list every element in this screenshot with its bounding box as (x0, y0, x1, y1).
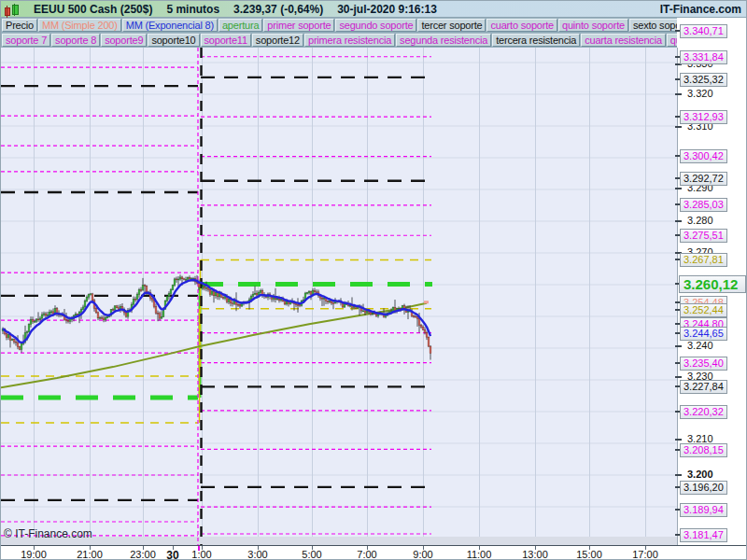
time-scale-label: 15:00 (576, 549, 602, 560)
price-level-label: 3.227,84 (680, 380, 727, 394)
legend-chip-primera-resistencia[interactable]: primera resistencia (304, 34, 395, 47)
legend-chip-segundo-soporte[interactable]: segundo soporte (335, 19, 416, 32)
price-level-label: 3.235,40 (680, 357, 727, 371)
legend-chip-sexto-soporte[interactable]: sexto soporte (629, 19, 677, 32)
quote-datetime: 30-jul-2020 9:16:13 (337, 3, 437, 16)
time-scale-label: 11:00 (467, 549, 492, 560)
candles-previous-day (2, 274, 200, 353)
legend-chip-cuarta-resistencia[interactable]: cuarta resistencia (581, 34, 666, 47)
legend-chip-primer-soporte[interactable]: primer soporte (263, 19, 334, 32)
price-axis[interactable]: 3.3303.3203.3103.2903.2803.2703.2403.230… (678, 18, 747, 545)
candlestick-logo-icon (4, 3, 20, 16)
legend-chip-quinto-soporte[interactable]: quinto soporte (558, 19, 628, 32)
open-price-label: 3.260,12 (679, 275, 746, 293)
price-level-label: 3.244,65 (680, 327, 727, 341)
legend-chip-cuarto-soporte[interactable]: cuarto soporte (486, 19, 557, 32)
price-level-label: 3.325,32 (680, 73, 727, 87)
sma200-last-value-marker (424, 301, 429, 303)
title-bar: EEUU 500 Cash (250$) 5 minutos 3.239,37 … (1, 1, 746, 18)
trading-platform-window: EEUU 500 Cash (250$) 5 minutos 3.239,37 … (0, 0, 747, 560)
legend-chip-quinta-resistencia[interactable]: quinta resistencia (667, 34, 677, 47)
price-level-label: 3.300,42 (680, 149, 727, 163)
legend-chip-precio[interactable]: Precio (2, 19, 37, 32)
legend-chip-mm-simple-200-[interactable]: MM (Simple 200) (38, 19, 121, 32)
price-level-label: 3.267,81 (680, 253, 727, 267)
legend-chip-soporte-8[interactable]: soporte 8 (51, 34, 100, 47)
time-axis[interactable]: 19:0021:0023:00301:003:005:007:009:0011:… (1, 545, 747, 560)
time-scale-label: 9:00 (413, 549, 432, 560)
price-scale-tick-label: 3.280 (684, 215, 716, 227)
price-level-label: 3.220,32 (680, 405, 727, 419)
price-axis-tick (675, 439, 682, 441)
time-scale-label: 17:00 (632, 549, 658, 560)
legend-chip-segunda-resistencia[interactable]: segunda resistencia (396, 34, 491, 47)
legend-row-1: PrecioMM (Simple 200)MM (Exponencial 8)a… (1, 18, 677, 32)
price-level-label: 3.181,47 (680, 528, 727, 542)
price-level-label: 3.189,94 (680, 503, 727, 517)
price-level-label: 3.208,15 (680, 443, 727, 457)
price-level-label: 3.331,84 (680, 50, 727, 64)
price-chart-canvas[interactable] (1, 48, 678, 545)
price-axis-tick (675, 188, 682, 189)
legend-chip-soporte-7[interactable]: soporte 7 (2, 34, 50, 47)
pivot-separator-axis-mark (198, 546, 200, 551)
time-scale-label: 1:00 (191, 549, 211, 560)
legend-chip-soporte12[interactable]: soporte12 (252, 34, 303, 47)
last-price-quote: 3.239,37 (-0,64%) (233, 3, 323, 16)
time-scale-label: 30 (166, 549, 178, 560)
price-scale-tick-label: 3.200 (684, 469, 716, 481)
price-scale-tick-label: 3.320 (684, 88, 716, 100)
brand-label: IT-Finance.com (660, 3, 746, 16)
instrument-name: EEUU 500 Cash (250$) (34, 3, 152, 16)
time-scale-label: 7:00 (357, 549, 376, 560)
legend-chip-mm-exponencial-8-[interactable]: MM (Exponencial 8) (122, 19, 218, 32)
legend-chip-tercer-soporte[interactable]: tercer soporte (417, 19, 486, 32)
price-axis-tick (675, 126, 682, 128)
time-scale-label: 23:00 (130, 549, 156, 560)
time-scale-label: 19:00 (21, 549, 47, 560)
time-scale-label: 3:00 (247, 549, 267, 560)
legend-row-2: soporte 7soporte 8soporte9soporte10sopor… (1, 33, 677, 47)
legend-chip-tercera-resistencia[interactable]: tercera resistencia (492, 34, 580, 47)
legend-chip-soporte9[interactable]: soporte9 (101, 34, 147, 47)
chart-area[interactable]: © IT-Finance.com (1, 48, 678, 545)
price-axis-tick (675, 345, 682, 347)
legend-chip-soporte10[interactable]: soporte10 (148, 34, 199, 47)
price-level-label: 3.340,71 (680, 24, 727, 38)
time-scale-label: 5:00 (302, 549, 321, 560)
price-scale-tick-label: 3.240 (684, 340, 716, 352)
indicator-legend: PrecioMM (Simple 200)MM (Exponencial 8)a… (1, 18, 677, 48)
time-scale-label: 13:00 (522, 549, 548, 560)
price-axis-tick (675, 220, 682, 222)
price-axis-tick (675, 93, 682, 95)
price-level-label: 3.292,72 (680, 172, 727, 186)
price-axis-tick (675, 474, 682, 476)
price-level-label: 3.275,51 (680, 229, 727, 243)
chart-watermark: © IT-Finance.com (4, 527, 92, 540)
time-scale-label: 21:00 (77, 549, 103, 560)
price-level-label: 3.196,20 (680, 481, 727, 495)
price-level-label: 3.312,93 (680, 110, 727, 124)
legend-chip-soporte11[interactable]: soporte11 (201, 34, 251, 47)
price-level-label: 3.285,03 (680, 198, 727, 212)
timeframe-label: 5 minutos (166, 3, 219, 16)
price-axis-tick (675, 376, 682, 378)
legend-chip-apertura[interactable]: apertura (218, 19, 262, 32)
price-level-label: 3.252,44 (680, 303, 727, 317)
